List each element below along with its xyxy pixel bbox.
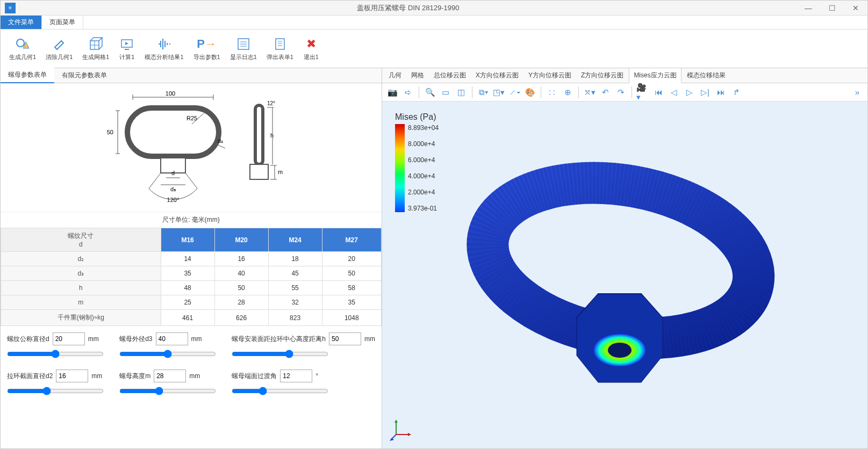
transparency-icon[interactable]: ◫ xyxy=(454,85,468,99)
tool-export[interactable]: P→导出参数1 xyxy=(189,35,225,62)
titlebar: ≡ 盖板用压紧螺母 DIN 28129-1990 — ☐ ✕ xyxy=(1,1,867,16)
waveform-icon xyxy=(156,36,172,52)
svg-marker-50 xyxy=(394,419,398,423)
ribbon-toolbar: 生成几何1 清除几何1 生成网格1 计算1 模态分析结果1 P→导出参数1 显示… xyxy=(1,30,867,68)
view-tab-geom[interactable]: 几何 xyxy=(384,68,406,83)
cube-icon[interactable]: ◳▾ xyxy=(492,85,506,99)
play-screen-icon xyxy=(119,36,135,52)
input-angle[interactable] xyxy=(280,370,312,382)
brush-icon xyxy=(51,36,67,52)
next-frame-icon[interactable]: ▷| xyxy=(698,85,712,99)
view-tab-xdisp[interactable]: X方向位移云图 xyxy=(471,68,523,83)
rotate-right-icon[interactable]: ↷ xyxy=(614,85,628,99)
window-title: 盖板用压紧螺母 DIN 28129-1990 xyxy=(20,3,797,13)
tool-modal-result[interactable]: 模态分析结果1 xyxy=(140,35,188,62)
input-d2[interactable] xyxy=(56,370,88,382)
svg-text:d₃: d₃ xyxy=(170,186,175,192)
view-tab-mises[interactable]: Mises应力云图 xyxy=(629,68,681,83)
arrow-right-icon[interactable]: ➪ xyxy=(401,85,415,99)
tab-page-menu[interactable]: 页面菜单 xyxy=(42,16,83,29)
broom-icon[interactable]: ⟋▾ xyxy=(507,85,521,99)
tool-exit[interactable]: ✖退出1 xyxy=(299,35,324,62)
view-tab-mesh[interactable]: 网格 xyxy=(407,68,428,83)
tool-clear-geom[interactable]: 清除几何1 xyxy=(41,35,77,62)
input-m[interactable] xyxy=(154,370,186,382)
spec-col-m20[interactable]: M20 xyxy=(214,228,268,252)
svg-text:d: d xyxy=(171,170,174,176)
slider-m[interactable] xyxy=(119,387,216,395)
view-tab-total[interactable]: 总位移云图 xyxy=(429,68,470,83)
zoom-icon[interactable]: 🔍 xyxy=(423,85,437,99)
unit-label: 尺寸单位: 毫米(mm) xyxy=(1,212,382,228)
svg-text:100: 100 xyxy=(165,90,175,97)
axis-triad xyxy=(390,417,413,441)
minimize-button[interactable]: — xyxy=(797,1,820,16)
tab-nut-params[interactable]: 螺母参数表单 xyxy=(1,68,54,83)
spec-table: 螺纹尺寸 d M16 M20 M24 M27 d₂14161820 d₃3540… xyxy=(1,228,382,326)
tool-popup-form[interactable]: 弹出表单1 xyxy=(262,35,298,62)
slider-angle[interactable] xyxy=(232,387,328,395)
spec-header-row: 螺纹尺寸 d M16 M20 M24 M27 xyxy=(1,228,382,252)
list-icon xyxy=(235,36,252,52)
last-frame-icon[interactable]: ⏭ xyxy=(714,85,728,99)
input-d3[interactable] xyxy=(156,332,188,345)
video-icon[interactable]: 🎥▾ xyxy=(636,85,650,99)
more-icon[interactable]: » xyxy=(850,85,864,99)
tab-fea-params[interactable]: 有限元参数表单 xyxy=(54,68,114,83)
tool-show-log[interactable]: 显示日志1 xyxy=(226,35,261,62)
param-d: 螺纹公称直径dmm xyxy=(7,332,109,360)
param-d3: 螺母外径d3mm xyxy=(119,332,221,360)
fea-model xyxy=(382,102,867,448)
view-tabs: 几何 网格 总位移云图 X方向位移云图 Y方向位移云图 Z方向位移云图 Mise… xyxy=(382,68,867,83)
tool-gen-geom[interactable]: 生成几何1 xyxy=(5,35,40,62)
select-rect-icon[interactable]: ▭ xyxy=(439,85,453,99)
right-pane: 几何 网格 总位移云图 X方向位移云图 Y方向位移云图 Z方向位移云图 Mise… xyxy=(382,68,867,448)
rotate-left-icon[interactable]: ↶ xyxy=(598,85,612,99)
slider-h[interactable] xyxy=(232,350,328,358)
export-anim-icon[interactable]: ↱ xyxy=(729,85,743,99)
select-dots-icon[interactable]: ⸬ xyxy=(545,85,559,99)
window-controls: — ☐ ✕ xyxy=(797,1,867,16)
camera-icon[interactable]: 📷 xyxy=(385,85,399,99)
export-icon: P→ xyxy=(199,36,215,52)
svg-text:120°: 120° xyxy=(167,197,179,203)
svg-point-0 xyxy=(17,39,24,47)
svg-marker-52 xyxy=(408,433,411,436)
target-icon[interactable]: ⊕ xyxy=(561,85,575,99)
view-tab-zdisp[interactable]: Z方向位移云图 xyxy=(577,68,628,83)
shapes-icon xyxy=(15,36,31,52)
maximize-button[interactable]: ☐ xyxy=(820,1,844,16)
table-row: m25283235 xyxy=(1,295,382,310)
input-h[interactable] xyxy=(329,332,361,345)
table-row: d₃35404550 xyxy=(1,266,382,281)
param-d2: 拉环截面直径d2mm xyxy=(7,370,109,397)
slider-d3[interactable] xyxy=(119,350,216,358)
svg-text:12°: 12° xyxy=(267,100,275,106)
param-h: 螺母安装面距拉环中心高度距离hmm xyxy=(232,332,375,360)
svg-rect-33 xyxy=(255,105,263,164)
close-button[interactable]: ✕ xyxy=(844,1,867,16)
spec-col-m27[interactable]: M27 xyxy=(322,228,381,252)
first-frame-icon[interactable]: ⏮ xyxy=(651,85,665,99)
view-tab-modal[interactable]: 模态位移结果 xyxy=(683,68,730,83)
palette-icon[interactable]: 🎨 xyxy=(523,85,537,99)
spec-col-m24[interactable]: M24 xyxy=(268,228,322,252)
input-d[interactable] xyxy=(53,332,85,345)
table-row: h48505558 xyxy=(1,281,382,295)
spec-col-m16[interactable]: M16 xyxy=(161,228,214,252)
slider-d2[interactable] xyxy=(7,387,104,395)
main-window: ≡ 盖板用压紧螺母 DIN 28129-1990 — ☐ ✕ 文件菜单 页面菜单… xyxy=(0,0,868,449)
view-tab-ydisp[interactable]: Y方向位移云图 xyxy=(524,68,576,83)
layer-icon[interactable]: ⧉▾ xyxy=(476,85,490,99)
tool-gen-mesh[interactable]: 生成网格1 xyxy=(78,35,113,62)
svg-text:h: h xyxy=(270,132,274,139)
prev-frame-icon[interactable]: ◁ xyxy=(667,85,681,99)
slider-d[interactable] xyxy=(7,350,104,358)
tab-file-menu[interactable]: 文件菜单 xyxy=(1,16,42,29)
play-icon[interactable]: ▷ xyxy=(683,85,697,99)
svg-rect-10 xyxy=(276,39,284,49)
tool-compute[interactable]: 计算1 xyxy=(114,35,139,62)
viewport-3d[interactable]: Mises (Pa) 8.893e+04 8.000e+4 6.000e+4 4… xyxy=(382,102,867,448)
technical-drawing: 100 50 R25 d₂ 120° d d₃ xyxy=(1,83,382,212)
axis-icon[interactable]: ⤲▾ xyxy=(583,85,597,99)
